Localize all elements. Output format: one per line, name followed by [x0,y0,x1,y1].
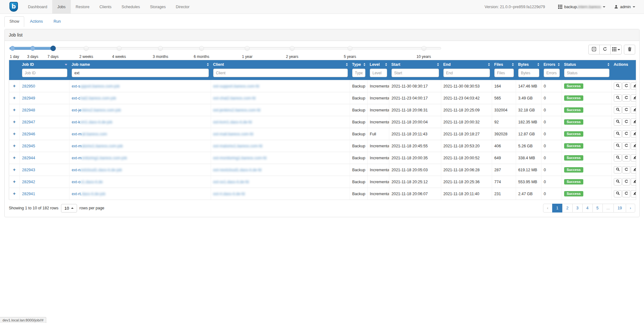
expand-row-icon[interactable]: + [13,191,16,196]
restore-job-button[interactable] [631,106,636,114]
job-id-link[interactable]: 282941 [22,192,35,196]
filter-input-level[interactable] [370,69,387,77]
page-size-dropdown[interactable]: 10 [61,204,77,212]
director-selector[interactable]: backup.intern.bareos [554,5,610,9]
restore-job-button[interactable] [631,190,636,197]
menu-item-restore[interactable]: Restore [71,0,95,14]
job-name-link[interactable]: ext-matomo1.bareos.com-job [72,144,123,148]
client-link[interactable]: ext-support.bareos.com-fd [213,84,259,88]
rerun-job-button[interactable] [622,166,630,173]
slider-stop-4-weeks[interactable] [117,46,121,51]
rerun-job-button[interactable] [622,154,630,162]
job-id-link[interactable]: 282949 [22,96,35,100]
column-header-type[interactable]: Type [350,60,368,68]
filter-input-end[interactable] [443,69,490,77]
filter-input-bytes[interactable] [518,69,539,77]
client-link[interactable]: ext-mail.bareos.com-fd [213,132,253,136]
expand-row-icon[interactable]: + [13,95,16,100]
next-page-button[interactable]: › [626,204,635,212]
job-details-button[interactable] [614,142,622,150]
filter-input-client[interactable] [213,69,348,77]
column-header-jobid[interactable]: Job ID [20,60,69,68]
column-header-client[interactable]: Client [211,60,350,68]
job-name-link[interactable]: ext-rt.dass-it.de-job [72,192,105,196]
job-details-button[interactable] [614,82,622,90]
restore-job-button[interactable] [631,142,636,150]
expand-row-icon[interactable]: + [13,119,16,124]
job-id-link[interactable]: 282947 [22,120,35,124]
rerun-job-button[interactable] [622,106,630,114]
tab-show[interactable]: Show [4,16,24,27]
job-details-button[interactable] [614,94,622,102]
slider-stop-2-years[interactable] [290,46,294,51]
job-id-link[interactable]: 282944 [22,156,35,160]
column-header-bytes[interactable]: Bytes [516,60,541,68]
column-header-level[interactable]: Level [368,60,389,68]
job-id-link[interactable]: 282945 [22,144,35,148]
user-menu[interactable]: admin [610,5,640,9]
slider-stop-1-day[interactable] [10,46,15,51]
client-link[interactable]: ext-monitoring1.bareos.com-fd [213,156,267,160]
job-id-link[interactable]: 282942 [22,180,35,184]
filter-input-start[interactable] [391,69,439,77]
job-details-button[interactable] [614,178,622,185]
restore-job-button[interactable] [631,178,636,185]
filter-input-files[interactable] [494,69,514,77]
menu-item-clients[interactable]: Clients [94,0,116,14]
job-details-button[interactable] [614,154,622,162]
slider-stop-7-days[interactable] [50,46,56,51]
rerun-job-button[interactable] [622,190,630,197]
expand-row-icon[interactable]: + [13,167,16,172]
restore-job-button[interactable] [631,166,636,173]
job-name-link[interactable]: ext-mail.bareos.com [72,132,107,136]
column-header-name[interactable]: Job name [69,60,211,68]
rerun-job-button[interactable] [622,130,630,138]
client-link[interactable]: ext-ox1.dass-it.de-fd [213,180,249,184]
client-link[interactable]: ext-kvm1.dass-it.de-fd [213,120,252,124]
job-name-link[interactable]: ext-ox1.dass-it.de [72,180,103,184]
expand-row-icon[interactable]: + [13,131,16,136]
expand-row-icon[interactable]: + [13,83,16,88]
slider-stop-5-years[interactable] [347,46,352,51]
job-name-link[interactable]: ext-jenkins2.bareos.com-job [72,108,121,112]
rerun-job-button[interactable] [622,142,630,150]
filter-input-status[interactable] [564,69,609,77]
column-header-start[interactable]: Start [389,60,441,68]
client-link[interactable]: ext-jenkins2.bareos.com-fd [213,108,260,112]
slider-stop-3-days[interactable] [31,46,35,51]
job-id-link[interactable]: 282946 [22,132,35,136]
filter-input-type[interactable] [352,69,365,77]
job-name-link[interactable]: ext-monitoring1.bareos.com-job [72,156,127,160]
tab-run[interactable]: Run [48,16,66,27]
column-header-end[interactable]: End [441,60,492,68]
menu-item-dashboard[interactable]: Dashboard [23,0,52,14]
tab-actions[interactable]: Actions [25,16,48,27]
slider-stop-2-weeks[interactable] [84,46,89,51]
menu-item-jobs[interactable]: Jobs [52,0,70,14]
job-id-link[interactable]: 282948 [22,108,35,112]
column-header-errors[interactable]: Errors [541,60,562,68]
client-link[interactable]: ext-chat2.bareos.com-fd [213,96,256,100]
rerun-job-button[interactable] [622,118,630,126]
rerun-job-button[interactable] [622,178,630,185]
job-details-button[interactable] [614,190,622,197]
restore-job-button[interactable] [631,94,636,102]
column-header-status[interactable]: Status [562,60,612,68]
client-link[interactable]: ext-matomo1.bareos.com-fd [213,144,262,148]
rerun-job-button[interactable] [622,94,630,102]
slider-track[interactable]: 1 day3 days7 days2 weeks4 weeks3 months6… [9,47,441,50]
bareos-logo[interactable]: b [0,0,23,14]
page-button-3[interactable]: 3 [572,204,583,212]
expand-row-icon[interactable]: + [13,155,16,160]
page-button-1[interactable]: 1 [552,204,563,212]
filter-input-name[interactable] [72,69,209,77]
filter-input-jobid[interactable] [22,69,67,77]
job-name-link[interactable]: ext-kvm1.dass-it.de-job [72,120,112,124]
menu-item-director[interactable]: Director [171,0,195,14]
column-header-files[interactable]: Files [492,60,516,68]
page-button-5[interactable]: 5 [592,204,603,212]
slider-stop-1-year[interactable] [245,46,250,51]
job-name-link[interactable]: ext-nextcloud1.dass-it.de-job [72,168,122,172]
restore-job-button[interactable] [631,118,636,126]
restore-job-button[interactable] [631,82,636,90]
